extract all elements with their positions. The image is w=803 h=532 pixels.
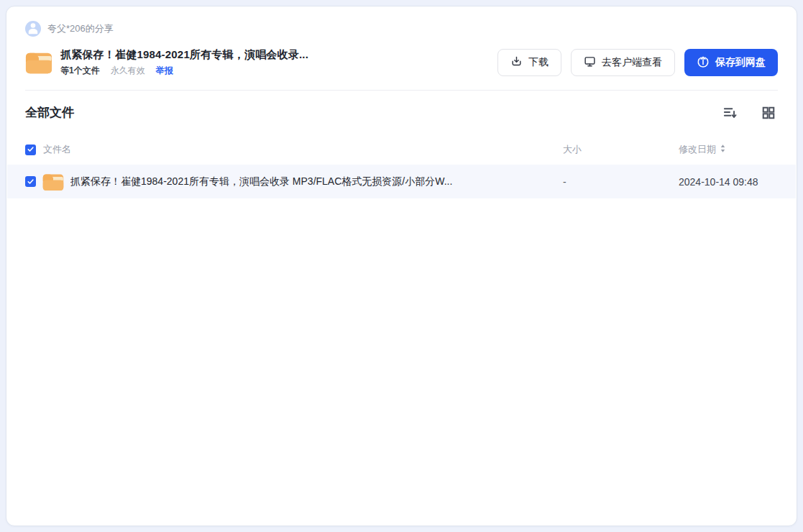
save-to-drive-label: 保存到网盘 bbox=[715, 56, 766, 69]
files-section-head: 全部文件 bbox=[25, 104, 778, 121]
cloud-upload-icon bbox=[697, 55, 710, 70]
download-button-label: 下载 bbox=[528, 56, 549, 69]
sort-arrows-icon bbox=[720, 144, 726, 155]
row-checkbox[interactable] bbox=[25, 176, 36, 187]
folder-icon bbox=[25, 50, 52, 75]
header-divider bbox=[25, 90, 778, 91]
grid-view-icon[interactable] bbox=[761, 106, 776, 120]
report-link[interactable]: 举报 bbox=[156, 65, 173, 77]
select-all-checkbox[interactable] bbox=[25, 145, 36, 155]
sharer-row: 夸父*206的分享 bbox=[25, 20, 778, 37]
file-size: - bbox=[563, 176, 566, 188]
save-to-drive-button[interactable]: 保存到网盘 bbox=[684, 49, 778, 76]
file-name[interactable]: 抓紧保存！崔健1984-2021所有专辑，演唱会收录 MP3/FLAC格式无损资… bbox=[70, 175, 452, 188]
download-button[interactable]: 下载 bbox=[497, 49, 561, 76]
table-row[interactable]: 抓紧保存！崔健1984-2021所有专辑，演唱会收录 MP3/FLAC格式无损资… bbox=[7, 165, 796, 198]
section-title: 全部文件 bbox=[25, 104, 74, 121]
view-toggles bbox=[722, 105, 778, 120]
action-buttons: 下载 去客户端查看 bbox=[497, 49, 778, 76]
column-name: 文件名 bbox=[25, 143, 563, 156]
file-table-header: 文件名 大小 修改日期 bbox=[25, 140, 778, 159]
column-date[interactable]: 修改日期 bbox=[679, 143, 778, 156]
row-date-cell: 2024-10-14 09:48 bbox=[679, 176, 778, 188]
share-header: 抓紧保存！崔健1984-2021所有专辑，演唱会收录... 等1个文件 永久有效… bbox=[25, 48, 778, 77]
sharer-name: 夸父*206的分享 bbox=[47, 22, 114, 35]
person-icon bbox=[25, 21, 41, 37]
column-date-label: 修改日期 bbox=[679, 143, 716, 156]
share-card: 夸父*206的分享 抓紧保存！崔健1984-2021所有专辑，演唱会收录... … bbox=[6, 6, 797, 526]
share-text: 抓紧保存！崔健1984-2021所有专辑，演唱会收录... 等1个文件 永久有效… bbox=[60, 48, 308, 77]
share-title: 抓紧保存！崔健1984-2021所有专辑，演唱会收录... bbox=[60, 48, 308, 62]
share-info: 抓紧保存！崔健1984-2021所有专辑，演唱会收录... 等1个文件 永久有效… bbox=[25, 48, 308, 77]
share-meta: 等1个文件 永久有效 举报 bbox=[60, 65, 308, 77]
download-tray-icon bbox=[510, 55, 523, 70]
checkmark-icon bbox=[27, 145, 35, 155]
checkmark-icon bbox=[27, 176, 35, 188]
row-size-cell: - bbox=[563, 176, 679, 188]
monitor-icon bbox=[584, 55, 596, 70]
sort-list-icon[interactable] bbox=[722, 105, 738, 120]
validity-label: 永久有效 bbox=[111, 65, 145, 77]
open-in-client-label: 去客户端查看 bbox=[602, 56, 662, 69]
column-size-label: 大小 bbox=[563, 144, 582, 155]
column-size: 大小 bbox=[563, 143, 679, 156]
folder-icon bbox=[42, 173, 64, 191]
row-name-cell: 抓紧保存！崔健1984-2021所有专辑，演唱会收录 MP3/FLAC格式无损资… bbox=[25, 173, 563, 191]
open-in-client-button[interactable]: 去客户端查看 bbox=[571, 49, 675, 76]
column-name-label: 文件名 bbox=[43, 143, 71, 156]
file-count: 等1个文件 bbox=[60, 65, 100, 77]
file-date: 2024-10-14 09:48 bbox=[679, 176, 758, 188]
avatar bbox=[25, 21, 41, 37]
